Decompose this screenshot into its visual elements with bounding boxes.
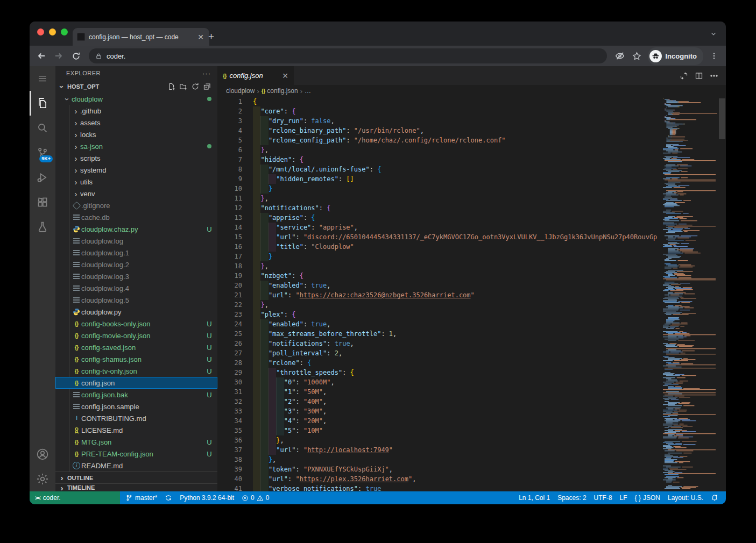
code-line[interactable]: 18}, (217, 261, 662, 271)
tree-file-readme-md[interactable]: iREADME.md (55, 460, 217, 471)
new-file-icon[interactable] (166, 81, 178, 92)
code-line[interactable]: 36}, (217, 435, 662, 445)
code-line[interactable]: 22}, (217, 300, 662, 310)
tree-file-cache-db[interactable]: cache.db (55, 211, 217, 223)
status-python-3-9-2-64-bit[interactable]: Python 3.9.2 64-bit (176, 494, 237, 502)
code-line[interactable]: 41"verbose_notifications": true (217, 484, 662, 491)
tree-folder-utils[interactable]: ›utils (55, 176, 217, 188)
breadcrumb-item[interactable]: … (305, 87, 311, 95)
tree-folder-scripts[interactable]: ›scripts (55, 152, 217, 164)
tab-search-chevron-icon[interactable] (710, 30, 717, 38)
tree-file-contributing-md[interactable]: CONTRIBUTING.md (55, 412, 217, 424)
split-editor-icon[interactable] (693, 69, 705, 82)
code-line[interactable]: 32"2": "40M", (217, 397, 662, 406)
code-line[interactable]: 8"/mnt/local/.unionfs-fuse": { (217, 165, 662, 174)
scrollbar-thumb[interactable] (719, 98, 725, 139)
tree-file-cloudplow-py[interactable]: cloudplow.py (55, 306, 217, 318)
code-line[interactable]: 38}, (217, 455, 662, 465)
code-line[interactable]: 16"title": "Cloudplow" (217, 242, 662, 252)
status-layout-u-s-[interactable]: Layout: U.S. (665, 494, 706, 502)
tree-file-cloudplow-chaz-py[interactable]: cloudplow.chaz.pyU (55, 223, 217, 235)
tree-folder-assets[interactable]: ›assets (55, 117, 217, 128)
tree-file-pre-team-config-json[interactable]: {}PRE-TEAM-config.jsonU (55, 448, 217, 460)
code-line[interactable]: 29"throttle_speeds": { (217, 368, 662, 377)
tree-file-config-books-only-json[interactable]: {}config-books-only.jsonU (55, 318, 217, 330)
status-lf[interactable]: LF (617, 494, 631, 502)
more-icon[interactable] (708, 69, 720, 82)
status-0[interactable]: 00 (238, 494, 272, 502)
code-line[interactable]: 24"enabled": true, (217, 319, 662, 329)
code-line[interactable]: 31"1": "50M", (217, 387, 662, 397)
remote-indicator[interactable]: >< coder. (30, 491, 120, 504)
tree-file-cloudplow-log-3[interactable]: cloudplow.log.3 (55, 270, 217, 282)
activity-extensions-icon[interactable] (30, 190, 55, 215)
code-line[interactable]: 20"enabled": true, (217, 281, 662, 290)
editor-scrollbar[interactable] (718, 97, 726, 491)
tree-file-cloudplow-log[interactable]: cloudplow.log (55, 235, 217, 247)
forward-icon[interactable] (52, 49, 65, 62)
incognito-badge[interactable]: Incognito (648, 47, 704, 65)
timeline-section[interactable]: › TIMELINE (55, 483, 217, 491)
code-line[interactable]: 10} (217, 184, 662, 194)
code-line[interactable]: 12"notifications": { (217, 203, 662, 213)
status-json[interactable]: { }JSON (632, 494, 663, 502)
tree-file-cloudplow-log-2[interactable]: cloudplow.log.2 (55, 259, 217, 270)
tree-folder--github[interactable]: ›.github (55, 105, 217, 117)
code-line[interactable]: 13"apprise": { (217, 213, 662, 223)
code-line[interactable]: 9"hidden_remotes": [] (217, 174, 662, 184)
folder-section-header[interactable]: › HOST_OPT (55, 80, 217, 93)
code-line[interactable]: 3"dry_run": false, (217, 116, 662, 126)
editor-tab-close-icon[interactable]: ✕ (282, 72, 288, 80)
browser-menu-icon[interactable] (708, 49, 720, 62)
code-line[interactable]: 14"service": "apprise", (217, 223, 662, 232)
zoom-window-button[interactable] (61, 28, 68, 35)
status-sync-icon[interactable] (161, 494, 175, 502)
bookmark-star-icon[interactable] (631, 49, 644, 62)
tree-folder-locks[interactable]: ›locks (55, 128, 217, 140)
tree-file-config-movie-only-json[interactable]: {}config-movie-only.jsonU (55, 330, 217, 341)
collapse-all-icon[interactable] (201, 81, 213, 92)
status-bell-icon[interactable] (708, 494, 722, 502)
code-line[interactable]: 26"notifications": true, (217, 339, 662, 348)
code-line[interactable]: 39"token": "PXNNXUEfYSCkUspGiiXj", (217, 465, 662, 474)
tree-file-config-json-sample[interactable]: config.json.sample (55, 401, 217, 412)
tree-folder-cloudplow[interactable]: ›cloudplow (55, 93, 217, 105)
status-spaces-2[interactable]: Spaces: 2 (554, 494, 589, 502)
new-tab-button[interactable]: + (208, 31, 214, 41)
code-line[interactable]: 37"url": "http://localhost:7949" (217, 445, 662, 455)
status-utf-8[interactable]: UTF-8 (591, 494, 616, 502)
tree-file-config-shamus-json[interactable]: {}config-shamus.jsonU (55, 353, 217, 365)
tree-folder-systemd[interactable]: ›systemd (55, 164, 217, 176)
eye-off-icon[interactable] (613, 49, 626, 62)
code-line[interactable]: 33"3": "30M", (217, 406, 662, 416)
code-line[interactable]: 17} (217, 252, 662, 261)
tree-file-license-md[interactable]: LICENSE.md (55, 424, 217, 436)
tree-file-cloudplow-log-5[interactable]: cloudplow.log.5 (55, 294, 217, 306)
tab-close-icon[interactable]: ✕ (196, 32, 205, 42)
code-line[interactable]: 40"url": "https://plex.3526harriet.com", (217, 474, 662, 484)
breadcrumb-item[interactable]: {}config.json (262, 87, 298, 95)
code-line[interactable]: 23"plex": { (217, 310, 662, 319)
code-line[interactable]: 15"url": "discord://650104445434331137/_… (217, 232, 662, 242)
tree-folder-venv[interactable]: ›venv (55, 188, 217, 199)
code-editor[interactable]: 1{2"core": {3"dry_run": false,4"rclone_b… (217, 97, 726, 491)
activity-source-control-icon[interactable]: 9K+ (30, 140, 55, 165)
browser-tab[interactable]: config.json — host_opt — code ✕ (73, 28, 209, 46)
code-line[interactable]: 27"poll_interval": 2, (217, 348, 662, 358)
activity-files-icon[interactable] (30, 91, 55, 116)
tree-file-config-json[interactable]: {}config.json (55, 377, 217, 389)
tree-file-config-saved-json[interactable]: {}config-saved.jsonU (55, 341, 217, 353)
activity-search-icon[interactable] (30, 116, 55, 140)
minimap[interactable] (662, 97, 718, 491)
code-line[interactable]: 30"0": "1000M", (217, 377, 662, 387)
code-line[interactable]: 2"core": { (217, 106, 662, 116)
code-line[interactable]: 35"5": "10M" (217, 426, 662, 435)
tree-file-mtg-json[interactable]: {}MTG.jsonU (55, 436, 217, 448)
explorer-more-icon[interactable]: ··· (202, 69, 211, 77)
activity-menu-icon[interactable] (30, 66, 55, 91)
tree-file-config-json-bak[interactable]: config.json.bakU (55, 389, 217, 401)
status-master-[interactable]: master* (122, 494, 160, 502)
reload-icon[interactable] (69, 49, 82, 62)
code-line[interactable]: 28"rclone": { (217, 358, 662, 368)
code-line[interactable]: 7"hidden": { (217, 155, 662, 165)
